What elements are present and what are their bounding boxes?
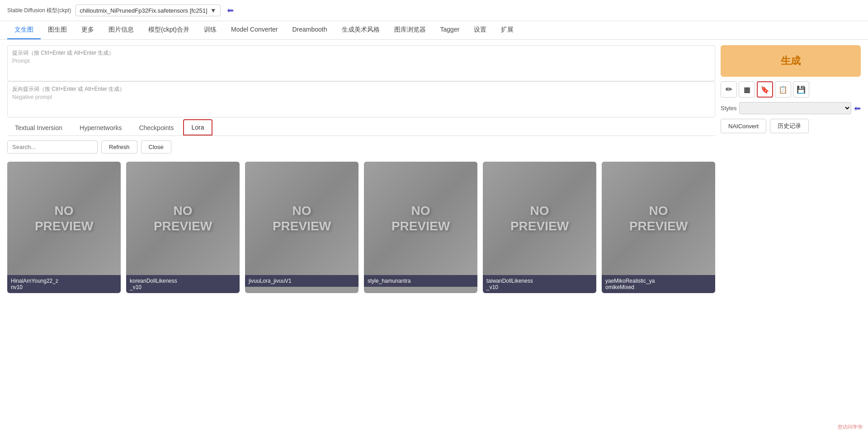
card-label-3: style_hamunantra xyxy=(364,275,477,287)
styles-end-button[interactable]: ⬅ xyxy=(854,103,861,113)
lora-tabs: Textual Inversion Hypernetworks Checkpoi… xyxy=(7,117,715,136)
card-preview-2: NOPREVIEW xyxy=(245,162,359,275)
history-button[interactable]: 历史记录 xyxy=(770,119,809,133)
tab-model-converter[interactable]: Model Converter xyxy=(224,21,285,39)
tab-more[interactable]: 更多 xyxy=(74,21,101,39)
card-label-1: koreanDollLikeness_v10 xyxy=(126,275,240,293)
lora-search-input[interactable] xyxy=(7,140,98,154)
no-preview-text-0: NOPREVIEW xyxy=(35,203,93,233)
lora-card-3[interactable]: NOPREVIEW style_hamunantra xyxy=(364,162,477,293)
generate-button[interactable]: 生成 xyxy=(721,45,861,77)
note-icon: 📋 xyxy=(778,85,788,94)
card-label-5: yaeMikoRealistic_yaomikeMixed xyxy=(602,275,715,293)
save-button[interactable]: 💾 xyxy=(793,81,809,98)
tab-lora[interactable]: Lora xyxy=(183,119,212,135)
prompt-area[interactable]: 提示词（按 Ctrl+Enter 或 Alt+Enter 生成） Prompt xyxy=(7,45,715,81)
action-buttons: NAIConvert 历史记录 xyxy=(721,119,861,133)
lora-card-1[interactable]: NOPREVIEW koreanDollLikeness_v10 xyxy=(126,162,240,293)
tab-extensions[interactable]: 扩展 xyxy=(494,21,521,39)
no-preview-text-4: NOPREVIEW xyxy=(510,203,569,233)
note-button[interactable]: 📋 xyxy=(775,81,791,98)
card-preview-4: NOPREVIEW xyxy=(483,162,596,275)
prompt-hint: 提示词（按 Ctrl+Enter 或 Alt+Enter 生成） xyxy=(12,49,710,57)
model-bar: Stable Diffusion 模型(ckpt) chilloutmix_Ni… xyxy=(0,0,868,21)
bookmark-icon: 🔖 xyxy=(760,85,769,94)
negative-prompt-subhint: Negative prompt xyxy=(12,94,710,100)
trash-button[interactable]: ▦ xyxy=(739,81,755,98)
lora-card-0[interactable]: NOPREVIEW HinalAmYoung22_znv10 xyxy=(7,162,121,293)
card-preview-0: NOPREVIEW xyxy=(7,162,121,275)
pencil-icon: ✏ xyxy=(726,84,732,94)
pencil-button[interactable]: ✏ xyxy=(721,81,737,98)
styles-label: Styles xyxy=(721,105,736,112)
toolbar-row: ✏ ▦ 🔖 📋 💾 xyxy=(721,81,861,98)
main-content: 提示词（按 Ctrl+Enter 或 Alt+Enter 生成） Prompt … xyxy=(0,40,868,299)
negative-prompt-area[interactable]: 反向提示词（按 Ctrl+Enter 或 Alt+Enter 生成） Negat… xyxy=(7,81,715,117)
tab-art-style[interactable]: 生成美术风格 xyxy=(335,21,387,39)
lora-card-2[interactable]: NOPREVIEW jivuuLora_jivuuV1 xyxy=(245,162,359,293)
tab-model-merge[interactable]: 模型(ckpt)合并 xyxy=(141,21,197,39)
no-preview-text-1: NOPREVIEW xyxy=(154,203,212,233)
card-label-2: jivuuLora_jivuuV1 xyxy=(245,275,359,287)
card-preview-1: NOPREVIEW xyxy=(126,162,240,275)
tab-img2img[interactable]: 图生图 xyxy=(41,21,74,39)
nav-tabs: 文生图 图生图 更多 图片信息 模型(ckpt)合并 训练 Model Conv… xyxy=(0,21,868,40)
tab-txt2img[interactable]: 文生图 xyxy=(7,21,41,39)
trash-icon: ▦ xyxy=(744,85,750,94)
styles-select[interactable] xyxy=(739,102,851,114)
prompt-subhint: Prompt xyxy=(12,58,710,64)
watermark: 您访问学华 xyxy=(838,424,863,430)
no-preview-text-5: NOPREVIEW xyxy=(629,203,688,233)
tab-tagger[interactable]: Tagger xyxy=(433,21,467,39)
tab-hypernetworks[interactable]: Hypernetworks xyxy=(72,120,129,135)
refresh-button[interactable]: Refresh xyxy=(101,140,137,154)
tab-train[interactable]: 训练 xyxy=(197,21,224,39)
left-section: 提示词（按 Ctrl+Enter 或 Alt+Enter 生成） Prompt … xyxy=(7,45,715,293)
lora-section: Textual Inversion Hypernetworks Checkpoi… xyxy=(7,117,715,293)
tab-textual-inversion[interactable]: Textual Inversion xyxy=(7,120,70,135)
close-button[interactable]: Close xyxy=(141,140,171,154)
tab-checkpoints[interactable]: Checkpoints xyxy=(131,120,181,135)
nai-convert-button[interactable]: NAIConvert xyxy=(721,119,766,133)
tab-gallery[interactable]: 图库浏览器 xyxy=(387,21,433,39)
tab-img-info[interactable]: 图片信息 xyxy=(101,21,141,39)
bookmark-button[interactable]: 🔖 xyxy=(757,81,773,98)
app-container: Stable Diffusion 模型(ckpt) chilloutmix_Ni… xyxy=(0,0,868,434)
model-label: Stable Diffusion 模型(ckpt) xyxy=(7,7,71,14)
card-preview-5: NOPREVIEW xyxy=(602,162,715,275)
right-panel: 生成 ✏ ▦ 🔖 📋 💾 xyxy=(721,45,861,293)
card-label-4: taiwanDollLikeness_v10 xyxy=(483,275,596,293)
save-icon: 💾 xyxy=(797,85,806,94)
negative-prompt-hint: 反向提示词（按 Ctrl+Enter 或 Alt+Enter 生成） xyxy=(12,85,710,93)
no-preview-text-2: NOPREVIEW xyxy=(273,203,331,233)
card-label-0: HinalAmYoung22_znv10 xyxy=(7,275,121,293)
end-button[interactable]: ⬅ xyxy=(225,4,236,17)
chevron-down-icon: ▼ xyxy=(210,7,217,14)
tab-dreambooth[interactable]: Dreambooth xyxy=(285,21,335,39)
end-arrow-icon: ⬅ xyxy=(854,104,861,113)
model-selected-text: chilloutmix_NiPrunedFp32Fix.safetensors … xyxy=(80,7,208,14)
no-preview-text-3: NOPREVIEW xyxy=(392,203,450,233)
end-icon: ⬅ xyxy=(227,6,234,15)
styles-row: Styles ⬅ xyxy=(721,102,861,114)
card-preview-3: NOPREVIEW xyxy=(364,162,477,275)
tab-settings[interactable]: 设置 xyxy=(467,21,494,39)
model-selector[interactable]: chilloutmix_NiPrunedFp32Fix.safetensors … xyxy=(75,5,220,16)
lora-controls: Refresh Close xyxy=(7,136,715,158)
lora-card-grid: NOPREVIEW HinalAmYoung22_znv10 NOPREVIEW… xyxy=(7,162,715,293)
lora-card-5[interactable]: NOPREVIEW yaeMikoRealistic_yaomikeMixed xyxy=(602,162,715,293)
lora-card-4[interactable]: NOPREVIEW taiwanDollLikeness_v10 xyxy=(483,162,596,293)
